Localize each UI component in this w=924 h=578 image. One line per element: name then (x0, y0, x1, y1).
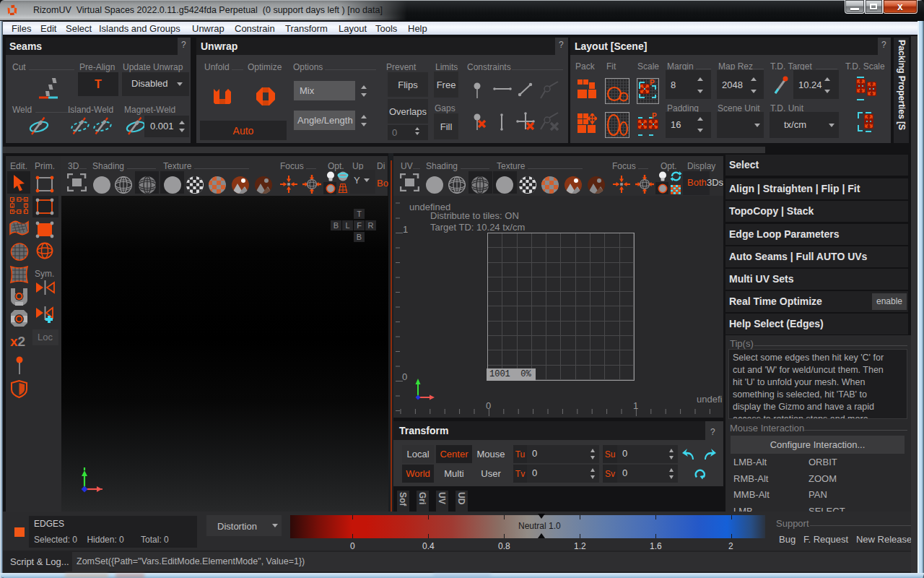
svg-text:P: P (652, 112, 657, 120)
svg-text:P: P (650, 79, 655, 87)
